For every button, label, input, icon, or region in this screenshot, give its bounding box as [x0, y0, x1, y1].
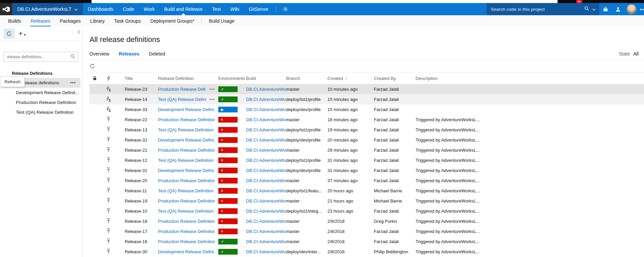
release-row[interactable]: Release-33Development Release Defini...▶…	[89, 104, 644, 114]
top-menu-item-work[interactable]: Work	[139, 3, 159, 15]
column-header-created-by[interactable]: Created By	[374, 76, 416, 81]
environment-status-badge[interactable]: ×	[218, 188, 238, 194]
tab-releases[interactable]: Releases	[119, 51, 139, 57]
search-icon[interactable]	[584, 6, 589, 12]
column-header-build[interactable]: Build	[246, 76, 286, 81]
environment-status-badge[interactable]: ×	[218, 127, 238, 133]
environment-status-badge[interactable]: ×	[218, 198, 238, 204]
marketplace-bag-icon[interactable]	[599, 3, 612, 15]
release-row[interactable]: Release-20Production Release Definition×…	[89, 175, 644, 186]
item-context-menu-icon[interactable]: •••	[70, 78, 76, 88]
column-header-environments[interactable]: Environments	[218, 76, 246, 81]
release-definition-link[interactable]: Test (QA) Release Definition	[158, 188, 214, 193]
top-menu-item-test[interactable]: Test	[207, 3, 226, 15]
release-definition-link[interactable]: Test (QA) Release Definition	[158, 209, 214, 214]
state-filter[interactable]: State All	[619, 51, 639, 57]
release-row[interactable]: Release-18Production Release Definition×…	[89, 216, 644, 226]
release-definition-link[interactable]: Test (QA) Release Definition	[158, 158, 214, 163]
vsts-logo-icon[interactable]	[0, 3, 12, 15]
build-link[interactable]: DB.CI.AdventureWor	[246, 249, 286, 254]
search-icon[interactable]	[71, 54, 75, 60]
new-definition-button[interactable]: + ▾	[15, 30, 30, 38]
column-header-description[interactable]: Description	[416, 76, 644, 81]
hub-tab-builds[interactable]: Builds	[3, 15, 26, 26]
lock-column-header[interactable]	[89, 76, 103, 81]
environment-status-badge[interactable]: ✓	[218, 249, 238, 255]
environment-status-badge[interactable]: ×	[218, 208, 238, 214]
build-link[interactable]: DB.CI.AdventureWor	[246, 209, 286, 214]
release-row[interactable]: Release-11Test (QA) Release Definition×D…	[89, 186, 644, 196]
project-selector[interactable]: DB.CI.AdventureWorksLT	[12, 3, 83, 15]
release-row[interactable]: Release-10Test (QA) Release Definition×D…	[89, 206, 644, 216]
hub-tab-releases[interactable]: Releases	[26, 15, 55, 26]
feedback-person-icon[interactable]	[612, 3, 624, 15]
tab-deleted[interactable]: Deleted	[149, 51, 165, 57]
environment-status-badge[interactable]: ✓	[218, 86, 238, 92]
definition-search-input[interactable]	[6, 54, 71, 60]
sidebar-item-development-release-definit[interactable]: Development Release Definit...	[3, 88, 80, 98]
release-row[interactable]: Release-17Production Release Definition×…	[89, 226, 644, 236]
environment-status-badge[interactable]: ▶	[218, 107, 238, 112]
release-definition-link[interactable]: Production Release Definition	[158, 117, 215, 122]
row-context-menu-icon[interactable]: •••	[209, 97, 215, 101]
definition-search-box[interactable]	[3, 52, 78, 62]
build-link[interactable]: DB.CI.AdventureWor	[246, 219, 286, 224]
release-row[interactable]: Release-14Test (QA) Release Defini...•••…	[89, 94, 644, 104]
build-link[interactable]: DB.CI.AdventureWor	[246, 198, 286, 204]
release-definition-link[interactable]: Development Release Defini...	[158, 137, 215, 143]
user-avatar[interactable]	[627, 4, 636, 14]
environment-status-badge[interactable]: ×	[218, 168, 238, 173]
build-link[interactable]: DB.CI.AdventureWor	[246, 137, 286, 143]
release-row[interactable]: Release-30Development Release Defini...✓…	[89, 247, 644, 257]
more-ellipsis-icon[interactable]: •••	[639, 6, 644, 12]
build-link[interactable]: DB.CI.AdventureWor	[246, 168, 286, 173]
build-link[interactable]: DB.CI.AdventureWor	[246, 87, 286, 92]
release-row[interactable]: Release-21Production Release Definition×…	[89, 145, 644, 155]
release-definition-link[interactable]: Production Release Definition	[158, 148, 215, 153]
release-definition-link[interactable]: Test (QA) Release Defini...	[158, 97, 206, 102]
build-link[interactable]: DB.CI.AdventureWor	[246, 117, 286, 122]
release-row[interactable]: Release-23Production Release Defi...•••✓…	[89, 84, 644, 94]
refresh-releases-icon[interactable]	[89, 63, 95, 69]
column-header-branch[interactable]: Branch	[286, 76, 327, 81]
build-link[interactable]: DB.CI.AdventureWor	[246, 107, 286, 112]
release-definition-link[interactable]: Development Release Defini...	[158, 249, 215, 254]
release-row[interactable]: Release-13Test (QA) Release Definition×D…	[89, 125, 644, 135]
release-definition-link[interactable]: Production Release Definition	[158, 239, 215, 244]
release-row[interactable]: Release-31Development Release Defini...×…	[89, 165, 644, 175]
top-menu-item-gitsense[interactable]: GitSense	[244, 3, 273, 15]
environment-status-badge[interactable]: ×	[218, 218, 238, 224]
collapse-sidebar-icon[interactable]	[78, 29, 80, 35]
release-row[interactable]: Release-19Production Release Definition×…	[89, 196, 644, 206]
environment-status-badge[interactable]: ×	[218, 178, 238, 184]
sidebar-item-test-qa-release-definition[interactable]: Test (QA) Release Definition	[3, 107, 80, 117]
release-definition-link[interactable]: Production Release Definition	[158, 229, 215, 234]
environment-status-badge[interactable]: ✓	[218, 97, 238, 102]
build-link[interactable]: DB.CI.AdventureWor	[246, 239, 286, 244]
release-definition-link[interactable]: Production Release Definition	[158, 219, 215, 224]
refresh-button[interactable]	[3, 28, 15, 39]
release-row[interactable]: Release-16Production Release Definition✓…	[89, 236, 644, 247]
release-definition-link[interactable]: Production Release Defi...	[158, 87, 206, 92]
column-header-release-definition[interactable]: Release Definition	[158, 76, 218, 81]
build-link[interactable]: DB.CI.AdventureWor	[246, 97, 286, 102]
release-row[interactable]: Release-32Development Release Defini...×…	[89, 135, 644, 145]
build-link[interactable]: DB.CI.AdventureWor	[246, 229, 286, 234]
sidebar-item-production-release-definition[interactable]: Production Release Definition	[3, 98, 80, 107]
release-row[interactable]: Release-22Production Release Definition×…	[89, 114, 644, 125]
build-link[interactable]: DB.CI.AdventureWor	[246, 148, 286, 153]
code-search-input[interactable]	[490, 6, 581, 12]
top-menu-item-build-and-release[interactable]: Build and Release	[159, 3, 207, 15]
top-menu-item-code[interactable]: Code	[118, 3, 139, 15]
build-link[interactable]: DB.CI.AdventureWor	[246, 188, 286, 193]
hub-tab-task-groups[interactable]: Task Groups	[109, 15, 146, 26]
release-definition-link[interactable]: Production Release Definition	[158, 198, 215, 204]
trigger-column-header[interactable]	[103, 76, 117, 81]
row-context-menu-icon[interactable]: •••	[209, 87, 215, 91]
environment-status-badge[interactable]: ×	[218, 137, 238, 143]
environment-status-badge[interactable]: ×	[218, 117, 238, 123]
hub-tab-build-usage[interactable]: Build Usage	[204, 15, 239, 26]
release-definition-link[interactable]: Production Release Definition	[158, 178, 215, 183]
environment-status-badge[interactable]: ✓	[218, 239, 238, 244]
hub-tab-packages[interactable]: Packages	[55, 15, 85, 26]
